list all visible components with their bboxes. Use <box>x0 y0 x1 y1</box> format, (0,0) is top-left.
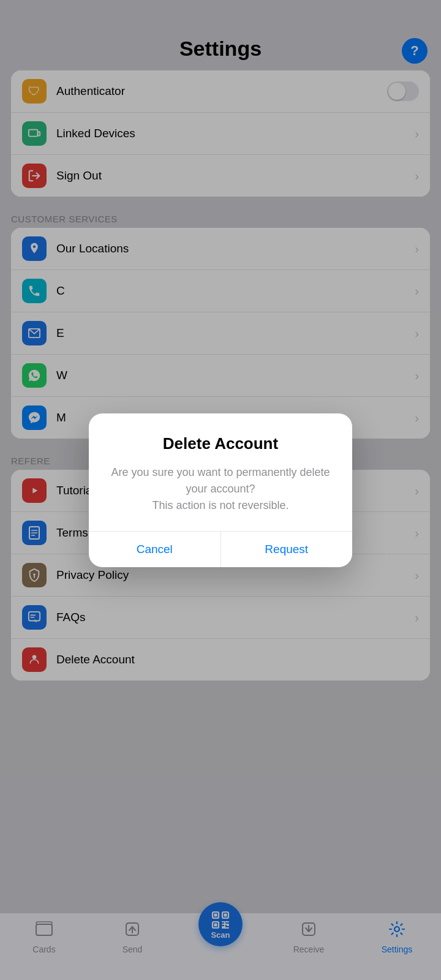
modal-actions: Cancel Request <box>89 531 352 567</box>
modal-title: Delete Account <box>107 434 334 453</box>
request-button[interactable]: Request <box>221 532 353 567</box>
modal-overlay[interactable]: Delete Account Are you sure you want to … <box>0 0 441 980</box>
cancel-button[interactable]: Cancel <box>89 532 221 567</box>
modal-message: Are you sure you want to permanently del… <box>107 464 334 514</box>
delete-account-modal: Delete Account Are you sure you want to … <box>89 413 352 567</box>
modal-body: Delete Account Are you sure you want to … <box>89 413 352 531</box>
